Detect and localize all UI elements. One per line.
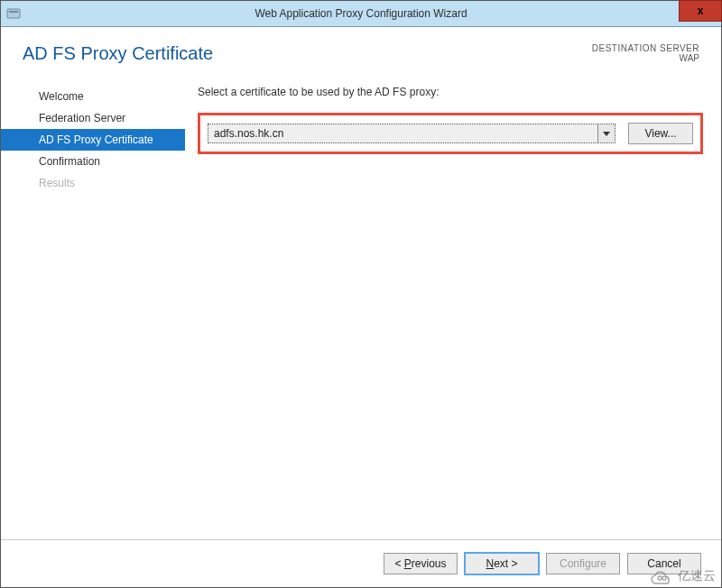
content: Select a certificate to be used by the A…: [185, 75, 721, 558]
configure-button-label: Configure: [560, 557, 606, 570]
header: AD FS Proxy Certificate DESTINATION SERV…: [1, 27, 721, 75]
previous-button[interactable]: < Previous: [384, 553, 458, 574]
footer: < Previous Next > Configure Cancel: [1, 539, 721, 587]
certificate-dropdown[interactable]: adfs.nos.hk.cn: [208, 124, 616, 143]
configure-button: Configure: [546, 553, 620, 574]
sidebar-item-welcome[interactable]: Welcome: [1, 86, 185, 107]
destination-server-name: WAP: [592, 53, 699, 63]
dropdown-button[interactable]: [597, 124, 615, 142]
destination-server: DESTINATION SERVER WAP: [592, 43, 699, 63]
window-title: Web Application Proxy Configuration Wiza…: [1, 7, 721, 20]
close-icon: x: [698, 5, 704, 16]
cancel-button-label: Cancel: [647, 557, 680, 570]
svg-marker-2: [603, 132, 610, 136]
chevron-down-icon: [603, 132, 610, 136]
body: Welcome Federation Server AD FS Proxy Ce…: [1, 75, 721, 558]
sidebar-item-federation-server[interactable]: Federation Server: [1, 107, 185, 129]
sidebar-item-adfs-proxy-certificate[interactable]: AD FS Proxy Certificate: [1, 129, 185, 151]
view-button-label: View...: [644, 127, 676, 140]
app-icon: [6, 6, 21, 21]
next-button[interactable]: Next >: [465, 553, 539, 574]
svg-rect-0: [7, 9, 20, 18]
close-button[interactable]: x: [679, 0, 722, 22]
certificate-prompt: Select a certificate to be used by the A…: [198, 86, 703, 98]
svg-rect-1: [9, 11, 18, 13]
titlebar: Web Application Proxy Configuration Wiza…: [1, 1, 721, 27]
sidebar: Welcome Federation Server AD FS Proxy Ce…: [1, 75, 185, 558]
sidebar-item-results: Results: [1, 172, 185, 194]
view-button[interactable]: View...: [628, 123, 693, 144]
destination-server-label: DESTINATION SERVER: [592, 43, 699, 53]
highlight-box: adfs.nos.hk.cn View...: [198, 113, 703, 154]
cancel-button[interactable]: Cancel: [627, 553, 701, 574]
sidebar-item-confirmation[interactable]: Confirmation: [1, 151, 185, 172]
window: Web Application Proxy Configuration Wiza…: [0, 0, 722, 588]
certificate-dropdown-value: adfs.nos.hk.cn: [208, 127, 597, 140]
